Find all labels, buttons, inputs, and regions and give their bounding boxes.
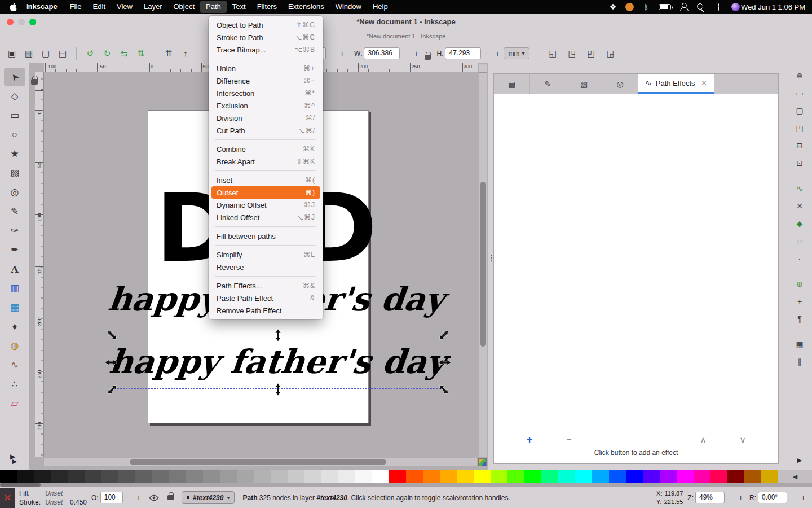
layer-visibility-toggle[interactable] bbox=[148, 492, 160, 503]
palette-swatch[interactable] bbox=[338, 470, 355, 483]
w-plus-button[interactable]: + bbox=[412, 47, 420, 59]
raise-button[interactable]: ↑ bbox=[178, 46, 193, 61]
palette-swatch[interactable] bbox=[592, 470, 609, 483]
color-management-toggle[interactable] bbox=[478, 458, 487, 466]
minimize-window-button[interactable] bbox=[18, 19, 25, 25]
palette-swatch[interactable] bbox=[271, 470, 288, 483]
palette-swatch[interactable] bbox=[118, 470, 135, 483]
flip-horizontal-button[interactable]: ⇆ bbox=[117, 46, 131, 61]
no-paint-indicator[interactable]: ✕ bbox=[0, 488, 15, 508]
star-tool[interactable]: ★ bbox=[4, 144, 25, 163]
menu-item-intersection[interactable]: Intersection⌘* bbox=[211, 87, 320, 99]
y-minus-button[interactable]: − bbox=[328, 47, 336, 59]
snap-text-baselines[interactable]: ¶ bbox=[791, 311, 808, 326]
menu-item-trace-bitmap[interactable]: Trace Bitmap...⌥⌘B bbox=[211, 43, 320, 56]
zoom-plus-button[interactable]: + bbox=[736, 492, 745, 503]
fill-value[interactable]: Unset bbox=[45, 489, 67, 498]
path-effects-list[interactable] bbox=[494, 94, 778, 431]
palette-swatch[interactable] bbox=[406, 470, 423, 483]
spray-tool[interactable]: ∴ bbox=[4, 375, 25, 393]
menu-item-outset[interactable]: Outset⌘) bbox=[211, 186, 320, 199]
control-center-icon[interactable] bbox=[713, 3, 723, 11]
pencil-tool[interactable]: ✎ bbox=[4, 202, 25, 221]
menu-item-exclusion[interactable]: Exclusion⌘^ bbox=[211, 99, 320, 112]
menu-item-inset[interactable]: Inset⌘( bbox=[211, 174, 320, 186]
palette-swatch[interactable] bbox=[643, 470, 660, 483]
menu-item-fill-between-paths[interactable]: Fill between paths bbox=[211, 230, 320, 242]
horizontal-scrollbar-thumb[interactable] bbox=[130, 459, 386, 465]
dropper-tool[interactable]: ♦ bbox=[4, 317, 25, 336]
palette-swatch[interactable] bbox=[694, 470, 710, 483]
rectangle-tool[interactable]: ▭ bbox=[4, 106, 25, 125]
palette-swatch[interactable] bbox=[524, 470, 541, 483]
units-dropdown[interactable]: mm ▾ bbox=[504, 47, 529, 59]
snap-toggle[interactable]: ⊛ bbox=[791, 68, 808, 83]
close-icon[interactable]: ✕ bbox=[701, 79, 707, 87]
move-effect-down-button[interactable]: ∨ bbox=[723, 435, 762, 445]
menu-item-path-effects[interactable]: Path Effects...⌘& bbox=[211, 279, 320, 292]
rotate-ccw-button[interactable]: ↺ bbox=[83, 46, 98, 61]
dialog-tab-export[interactable]: ▧ bbox=[566, 74, 602, 94]
menu-item-remove-path-effect[interactable]: Remove Path Effect bbox=[211, 304, 320, 317]
menubar-clock[interactable]: Wed Jun 1 1:06 PM bbox=[741, 3, 805, 11]
palette-swatch[interactable] bbox=[575, 470, 592, 483]
spotlight-icon[interactable] bbox=[696, 3, 705, 11]
remove-effect-button[interactable]: − bbox=[549, 435, 589, 445]
palette-swatch[interactable] bbox=[186, 470, 203, 483]
palette-swatch[interactable] bbox=[626, 470, 643, 483]
menu-item-difference[interactable]: Difference⌘− bbox=[211, 75, 320, 87]
menubar-app-name[interactable]: Inkscape bbox=[20, 1, 63, 13]
vertical-scrollbar[interactable] bbox=[479, 64, 487, 457]
h-minus-button[interactable]: − bbox=[483, 47, 491, 59]
menu-item-reverse[interactable]: Reverse bbox=[211, 261, 320, 273]
bezier-pen-tool[interactable]: ✑ bbox=[4, 221, 25, 240]
menubar-item-object[interactable]: Object bbox=[168, 1, 201, 13]
snap-bbox-centers[interactable]: ⊡ bbox=[791, 155, 808, 170]
raise-to-top-button[interactable]: ⇈ bbox=[161, 46, 176, 61]
close-window-button[interactable] bbox=[7, 19, 14, 25]
palette-swatch[interactable] bbox=[491, 470, 508, 483]
mesh-gradient-tool[interactable]: ▦ bbox=[4, 298, 25, 317]
palette-swatch[interactable] bbox=[558, 470, 575, 483]
box-3d-tool[interactable]: ▧ bbox=[4, 164, 25, 182]
user-icon[interactable] bbox=[679, 3, 688, 11]
siri-icon[interactable] bbox=[731, 3, 740, 11]
palette-swatch[interactable] bbox=[304, 470, 321, 483]
selection-box[interactable]: happy father's day bbox=[112, 335, 443, 389]
snap-bbox-midpoints[interactable]: ⊟ bbox=[791, 138, 808, 153]
menubar-item-edit[interactable]: Edit bbox=[87, 1, 111, 13]
snap-bbox-edges[interactable]: ▢ bbox=[791, 103, 808, 118]
snap-bbox-corners[interactable]: ◳ bbox=[791, 120, 808, 135]
w-input[interactable]: 306.386 bbox=[364, 47, 400, 59]
opacity-input[interactable]: 100 bbox=[100, 492, 123, 503]
menu-item-paste-path-effect[interactable]: Paste Path Effect& bbox=[211, 292, 320, 304]
palette-swatch[interactable] bbox=[152, 470, 169, 483]
palette-swatch[interactable] bbox=[135, 470, 152, 483]
rotation-minus-button[interactable]: − bbox=[789, 492, 797, 503]
snap-line-midpoints[interactable]: ∙ bbox=[791, 251, 808, 266]
palette-swatch[interactable] bbox=[237, 470, 254, 483]
menubar-item-file[interactable]: File bbox=[64, 1, 87, 13]
snap-cusp-nodes[interactable]: ◆ bbox=[791, 216, 808, 231]
palette-swatch[interactable] bbox=[85, 470, 102, 483]
ellipse-tool[interactable]: ○ bbox=[4, 125, 25, 144]
menu-item-union[interactable]: Union⌘+ bbox=[211, 62, 320, 75]
palette-swatch[interactable] bbox=[254, 470, 271, 483]
palette-swatch[interactable] bbox=[423, 470, 440, 483]
palette-scroll-arrow[interactable]: ◀ bbox=[793, 473, 797, 480]
menu-item-stroke-to-path[interactable]: Stroke to Path⌥⌘C bbox=[211, 31, 320, 43]
zoom-window-button[interactable] bbox=[29, 19, 36, 25]
gradient-tool[interactable]: ▥ bbox=[4, 279, 25, 297]
menubar-item-window[interactable]: Window bbox=[330, 1, 367, 13]
snap-page-border[interactable]: ▦ bbox=[791, 336, 808, 352]
palette-swatch[interactable] bbox=[710, 470, 727, 483]
menu-item-dynamic-offset[interactable]: Dynamic Offset⌘J bbox=[211, 199, 320, 211]
tab-path-effects[interactable]: ∿Path Effects✕ bbox=[638, 74, 714, 94]
menubar-item-filters[interactable]: Filters bbox=[251, 1, 283, 13]
palette-swatch[interactable] bbox=[660, 470, 677, 483]
move-patterns-toggle[interactable]: ◲ bbox=[603, 46, 618, 61]
text-tool[interactable]: A bbox=[4, 260, 25, 278]
zoom-minus-button[interactable]: − bbox=[726, 492, 735, 503]
eraser-tool[interactable]: ▱ bbox=[4, 394, 25, 413]
palette-swatch[interactable] bbox=[355, 470, 372, 483]
